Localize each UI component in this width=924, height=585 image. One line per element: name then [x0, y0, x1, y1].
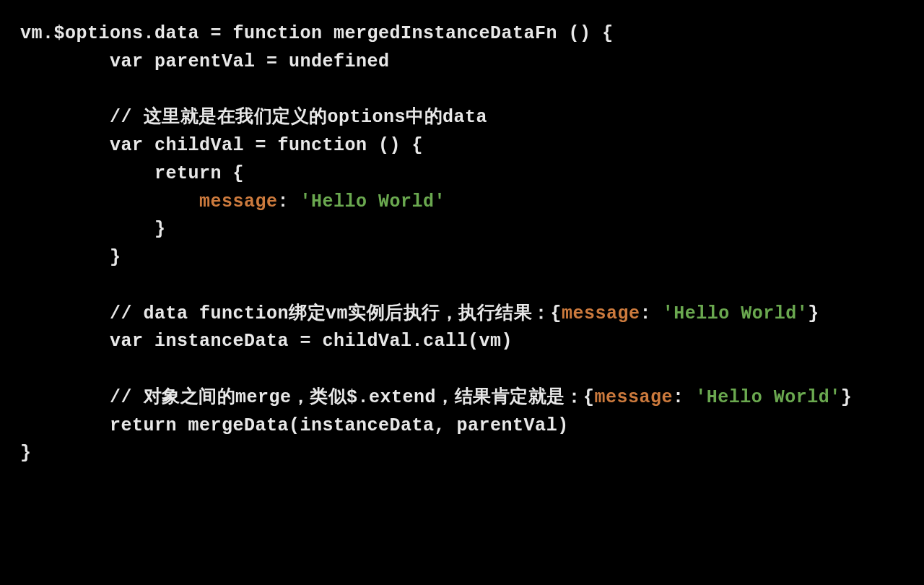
code-property: message	[562, 303, 640, 324]
code-string: 'Hello World'	[695, 387, 841, 408]
code-line: var instanceData = childVal.call(vm)	[20, 331, 513, 352]
code-property: message	[199, 191, 278, 212]
code-line: vm.$options.data = function mergedInstan…	[20, 23, 614, 44]
code-text: }	[808, 303, 819, 324]
code-comment: // data function绑定vm实例后执行，执行结果：{	[20, 303, 562, 324]
code-line: var childVal = function () {	[20, 135, 423, 156]
code-line: return {	[20, 163, 244, 184]
code-text: :	[640, 303, 663, 324]
code-text: :	[278, 191, 300, 212]
code-text: :	[673, 387, 695, 408]
code-property: message	[595, 387, 674, 408]
code-comment: // 这里就是在我们定义的options中的data	[20, 107, 487, 128]
code-line: }	[20, 443, 32, 464]
code-line: var parentVal = undefined	[20, 51, 390, 72]
code-comment: // 对象之间的merge，类似$.extend，结果肯定就是：{	[20, 387, 595, 408]
code-line: return mergeData(instanceData, parentVal…	[20, 415, 569, 436]
code-text: }	[841, 387, 853, 408]
code-block: vm.$options.data = function mergedInstan…	[0, 0, 924, 488]
code-line: }	[20, 247, 121, 268]
code-indent	[20, 191, 199, 212]
code-string: 'Hello World'	[663, 303, 808, 324]
code-line: }	[20, 219, 166, 240]
code-string: 'Hello World'	[300, 191, 446, 212]
